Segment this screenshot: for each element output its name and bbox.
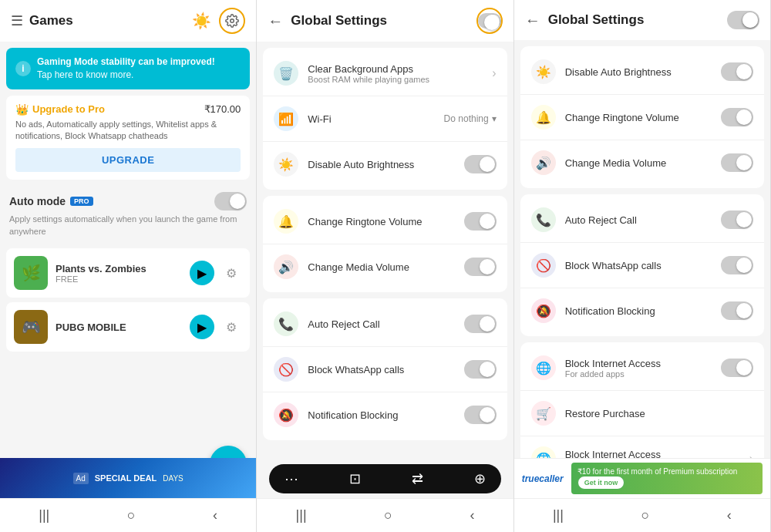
s3-ringtone-icon: 🔔 bbox=[531, 105, 556, 130]
s3-brightness-icon: ☀️ bbox=[531, 59, 556, 84]
plants-zombies-actions: ▶ ⚙ bbox=[190, 261, 242, 285]
plants-zombies-info: Plants vs. Zombies FREE bbox=[56, 263, 182, 284]
wifi-dropdown[interactable]: Do nothing ▾ bbox=[444, 113, 497, 124]
bottom-nav-1: ||| ○ ‹ bbox=[0, 498, 256, 532]
notif-label: Notification Blocking bbox=[308, 409, 454, 421]
disable-brightness-row: ☀️ Disable Auto Brightness bbox=[263, 142, 507, 187]
clear-bg-row[interactable]: 🗑️ Clear Background Apps Boost RAM while… bbox=[263, 51, 507, 96]
media-vol-row: 🔊 Change Media Volume bbox=[263, 244, 507, 289]
plants-zombies-name: Plants vs. Zombies bbox=[56, 263, 182, 274]
wifi-icon: 📶 bbox=[274, 106, 298, 131]
clear-bg-label: Clear Background Apps bbox=[308, 63, 483, 75]
back-button-2[interactable]: ← bbox=[268, 12, 283, 30]
auto-mode-toggle[interactable] bbox=[214, 192, 247, 210]
games-title: Games bbox=[29, 13, 192, 29]
s3-restore-icon: 🛒 bbox=[531, 401, 556, 426]
truecaller-promo: ₹10 for the first month of Premium subsc… bbox=[571, 463, 763, 494]
notif-toggle[interactable] bbox=[464, 406, 497, 424]
black-bar: ⋯ ⊡ ⇄ ⊕ bbox=[269, 464, 500, 493]
gaming-banner[interactable]: i Gaming Mode stability can be improved!… bbox=[6, 48, 250, 89]
global-toggle-3[interactable] bbox=[727, 11, 759, 29]
s3-ringtone-row: 🔔 Change Ringtone Volume bbox=[520, 95, 764, 140]
s3-media-toggle[interactable] bbox=[721, 153, 753, 172]
card-network: 🗑️ Clear Background Apps Boost RAM while… bbox=[263, 48, 507, 190]
settings-icon-circle[interactable] bbox=[219, 8, 245, 34]
black-bar-share[interactable]: ⊕ bbox=[474, 470, 486, 487]
media-toggle[interactable] bbox=[464, 258, 497, 276]
s3-block-whatsapp-icon: 🚫 bbox=[531, 253, 556, 278]
auto-mode-desc: Apply settings automatically when you la… bbox=[9, 214, 247, 237]
s3-ringtone-toggle[interactable] bbox=[721, 108, 753, 126]
black-bar-arrows[interactable]: ⇄ bbox=[412, 470, 423, 487]
nav-home-icon-3[interactable]: ○ bbox=[641, 507, 649, 524]
bottom-nav-3: ||| ○ ‹ bbox=[514, 498, 770, 532]
s3-internet-other-chevron: › bbox=[749, 452, 753, 458]
pro-badge: PRO bbox=[70, 197, 93, 206]
block-whatsapp-row: 🚫 Block WhatsApp calls bbox=[263, 347, 507, 392]
s3-block-whatsapp-toggle[interactable] bbox=[721, 256, 753, 274]
truecaller-cta[interactable]: Get it now bbox=[577, 476, 625, 490]
upgrade-card: 👑 Upgrade to Pro ₹170.00 No ads, Automat… bbox=[6, 96, 250, 180]
upgrade-price: ₹170.00 bbox=[204, 103, 241, 115]
wifi-label: Wi-Fi bbox=[308, 113, 434, 125]
topbar-actions: ☀️ bbox=[192, 8, 245, 34]
auto-reject-toggle[interactable] bbox=[464, 315, 497, 333]
crown-icon: 👑 bbox=[15, 103, 29, 116]
nav-back-icon-2[interactable]: ‹ bbox=[470, 507, 474, 524]
games-scroll: i Gaming Mode stability can be improved!… bbox=[0, 42, 256, 458]
pubg-settings[interactable]: ⚙ bbox=[221, 316, 242, 338]
s3-restore-label: Restore Purchase bbox=[565, 408, 753, 419]
s3-notif-row: 🔕 Notification Blocking bbox=[520, 288, 764, 333]
card-s3-internet: 🌐 Block Internet Access For added apps 🛒… bbox=[520, 342, 764, 458]
back-button-3[interactable]: ← bbox=[525, 12, 540, 29]
nav-menu-icon-2[interactable]: ||| bbox=[296, 507, 307, 524]
s3-media-label: Change Media Volume bbox=[565, 157, 712, 169]
panel-games: ☰ Games ☀️ i Gaming Mode stability can b… bbox=[0, 0, 257, 532]
global-toggle-2[interactable] bbox=[478, 13, 501, 29]
s3-notif-toggle[interactable] bbox=[721, 301, 753, 320]
nav-menu-icon[interactable]: ||| bbox=[39, 507, 49, 524]
s3-internet-added-toggle[interactable] bbox=[721, 359, 753, 377]
s3-notif-label: Notification Blocking bbox=[565, 305, 712, 317]
ringtone-toggle[interactable] bbox=[464, 212, 497, 231]
s3-media-row: 🔊 Change Media Volume bbox=[520, 140, 764, 185]
settings2-toggle-circle[interactable] bbox=[476, 8, 503, 34]
notif-icon: 🔕 bbox=[274, 402, 298, 427]
auto-reject-icon: 📞 bbox=[274, 311, 298, 336]
s3-auto-reject-toggle[interactable] bbox=[721, 210, 753, 229]
nav-menu-icon-3[interactable]: ||| bbox=[553, 507, 564, 524]
upgrade-header: 👑 Upgrade to Pro ₹170.00 bbox=[15, 103, 241, 116]
s3-block-internet-added-row: 🌐 Block Internet Access For added apps bbox=[520, 345, 764, 391]
s3-internet-added-icon: 🌐 bbox=[531, 355, 556, 380]
block-whatsapp-toggle[interactable] bbox=[464, 360, 497, 379]
card-s3-calls: 📞 Auto Reject Call 🚫 Block WhatsApp call… bbox=[520, 194, 764, 336]
plants-zombies-play[interactable]: ▶ bbox=[190, 261, 214, 285]
s3-auto-reject-row: 📞 Auto Reject Call bbox=[520, 197, 764, 243]
upgrade-button[interactable]: UPGRADE bbox=[15, 148, 241, 172]
auto-reject-label: Auto Reject Call bbox=[308, 318, 454, 330]
info-icon: i bbox=[15, 61, 31, 76]
nav-home-icon[interactable]: ○ bbox=[127, 507, 136, 524]
pubg-play[interactable]: ▶ bbox=[190, 315, 214, 339]
upgrade-desc: No ads, Automatically apply settings, Wh… bbox=[15, 119, 241, 143]
nav-back-icon[interactable]: ‹ bbox=[213, 507, 217, 524]
nav-back-icon-3[interactable]: ‹ bbox=[727, 507, 732, 524]
s3-brightness-toggle[interactable] bbox=[721, 62, 753, 81]
s3-restore-purchase-row[interactable]: 🛒 Restore Purchase bbox=[520, 391, 764, 436]
hamburger-icon[interactable]: ☰ bbox=[11, 12, 23, 29]
notif-blocking-row: 🔕 Notification Blocking bbox=[263, 392, 507, 437]
plants-zombies-settings[interactable]: ⚙ bbox=[221, 262, 242, 284]
s3-media-icon: 🔊 bbox=[531, 150, 556, 175]
auto-reject-row: 📞 Auto Reject Call bbox=[263, 301, 507, 347]
s3-block-internet-other-row[interactable]: 🌐 Block Internet Access For other apps › bbox=[520, 436, 764, 458]
sun-icon[interactable]: ☀️ bbox=[192, 12, 211, 30]
brightness-toggle[interactable] bbox=[464, 155, 497, 173]
card-volume: 🔔 Change Ringtone Volume 🔊 Change Media … bbox=[263, 196, 507, 292]
black-bar-square[interactable]: ⊡ bbox=[349, 470, 361, 487]
nav-home-icon-2[interactable]: ○ bbox=[384, 507, 392, 524]
black-bar-dots[interactable]: ⋯ bbox=[284, 470, 298, 487]
clear-bg-icon: 🗑️ bbox=[274, 61, 298, 86]
settings2-scroll: 🗑️ Clear Background Apps Boost RAM while… bbox=[257, 42, 513, 460]
wifi-row[interactable]: 📶 Wi-Fi Do nothing ▾ bbox=[263, 96, 507, 142]
plants-zombies-icon: 🌿 bbox=[14, 256, 48, 290]
